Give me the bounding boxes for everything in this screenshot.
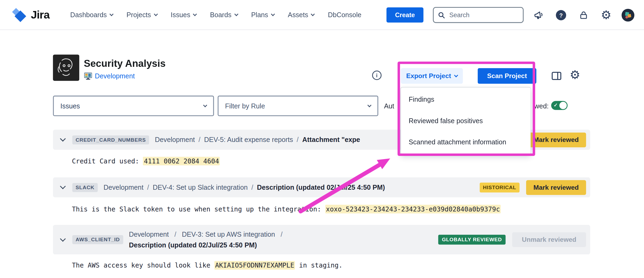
crumb-issue[interactable]: DEV-5: Audit expense reports [204, 136, 293, 144]
auto-toggle-label-fragment-left: Aut [384, 102, 394, 110]
collapse-chevron-icon[interactable] [60, 183, 66, 189]
search-icon [438, 11, 445, 19]
mark-reviewed-button[interactable]: Mark reviewed [526, 132, 586, 147]
mark-reviewed-button[interactable]: Mark reviewed [526, 180, 586, 195]
chevron-down-icon [154, 12, 158, 16]
menu-item-findings[interactable]: Findings [401, 89, 531, 110]
help-icon[interactable]: ? [556, 10, 566, 20]
panel-icon [551, 70, 562, 82]
chevron-down-icon [367, 103, 371, 107]
issues-filter-value: Issues [60, 102, 80, 110]
row-actions: HISTORICAL Mark reviewed [480, 180, 586, 195]
user-avatar[interactable] [622, 9, 634, 21]
collapse-chevron-icon[interactable] [60, 236, 66, 242]
project-icon [84, 72, 92, 80]
breadcrumb-line-1: Development / DEV-3: Set up AWS integrat… [129, 229, 286, 240]
content-prefix: Credit Card used: [72, 157, 143, 165]
create-button[interactable]: Create [386, 8, 424, 23]
nav-dbconsole-label: DbConsole [328, 11, 361, 19]
collapse-chevron-icon[interactable] [60, 136, 66, 142]
secret-highlight: xoxo-523423-234243-234233-e039d02840a0b9… [325, 204, 501, 213]
nav-issues-label: Issues [171, 11, 190, 19]
crumb-location: Description (updated 02/Jul/25 4:50 PM) [257, 184, 385, 191]
help-glyph: ? [559, 12, 563, 18]
export-dropdown-menu: Findings Reviewed false positives Scanne… [401, 87, 531, 154]
reviewed-toggle[interactable]: ✓ [551, 101, 567, 110]
secret-highlight: 4111 0062 2084 4604 [143, 157, 220, 165]
content-prefix: This is the Slack token to use when sett… [72, 205, 325, 213]
check-icon: ✓ [553, 102, 558, 108]
menu-item-scanned-attachment-information[interactable]: Scanned attachment information [401, 131, 531, 153]
nav-boards[interactable]: Boards [210, 11, 238, 19]
chevron-down-icon [110, 12, 114, 16]
nav-assets[interactable]: Assets [288, 11, 314, 19]
info-glyph: i [376, 72, 378, 78]
project-link[interactable]: Development [95, 72, 135, 80]
scan-project-button[interactable]: Scan Project [478, 68, 537, 84]
crumb-project[interactable]: Development [129, 231, 169, 238]
nav-issues[interactable]: Issues [171, 11, 197, 19]
crumb-project[interactable]: Development [155, 136, 195, 144]
finding-content-aws: The AWS access key should look like AKIA… [53, 254, 590, 276]
export-project-label: Export Project [406, 72, 451, 80]
board-layout-icon[interactable] [551, 70, 562, 82]
lock-icon[interactable] [579, 10, 589, 20]
crumb-project[interactable]: Development [103, 184, 143, 191]
avatar-image [622, 9, 634, 21]
finding-row-aws: AWS_CLIENT_ID Development / DEV-3: Set u… [53, 225, 590, 254]
nav-dbconsole[interactable]: DbConsole [328, 11, 361, 19]
rule-filter-select[interactable]: Filter by Rule [218, 96, 378, 116]
row-actions: GLOBALLY REVIEWED Unmark reviewed [438, 232, 586, 247]
crumb-location: Attachment "expe [302, 136, 360, 144]
chevron-down-icon [234, 12, 238, 16]
breadcrumb-separator: / [281, 231, 283, 238]
chevron-down-icon [271, 12, 275, 16]
globally-reviewed-badge: GLOBALLY REVIEWED [438, 235, 506, 245]
jira-logo-text: Jira [31, 9, 50, 21]
breadcrumb-separator: / [147, 184, 149, 191]
megaphone-icon [533, 9, 545, 21]
chevron-down-icon [311, 12, 315, 16]
row-actions: Mark reviewed [526, 132, 586, 147]
page-settings-gear-icon[interactable]: ⚙ [570, 69, 580, 81]
historical-badge: HISTORICAL [480, 182, 520, 192]
content-suffix: in staging. [295, 261, 343, 269]
padlock-icon [579, 10, 589, 20]
rule-filter-value: Filter by Rule [225, 102, 265, 110]
breadcrumb-separator: / [174, 231, 176, 238]
jira-logo[interactable]: Jira [12, 6, 50, 23]
gear-glyph: ⚙ [601, 9, 612, 21]
breadcrumb: Development / DEV-5: Audit expense repor… [155, 136, 360, 144]
breadcrumb-separator: / [297, 136, 299, 144]
nav-dashboards[interactable]: Dashboards [70, 11, 113, 19]
content-prefix: The AWS access key should look like [72, 261, 214, 269]
breadcrumb-separator: / [251, 184, 253, 191]
crumb-location: Description (updated 02/Jul/25 4:50 PM) [129, 240, 286, 250]
info-icon[interactable]: i [372, 71, 382, 80]
screenshot-root: Jira Dashboards Projects Issues Boards P… [0, 0, 644, 278]
issues-filter-select[interactable]: Issues [53, 96, 214, 116]
nav-projects[interactable]: Projects [126, 11, 157, 19]
page-stage: Jira Dashboards Projects Issues Boards P… [0, 0, 644, 278]
breadcrumb: Development / DEV-3: Set up AWS integrat… [129, 229, 286, 250]
nav-plans[interactable]: Plans [251, 11, 274, 19]
unmark-reviewed-button[interactable]: Unmark reviewed [512, 232, 586, 247]
crumb-issue[interactable]: DEV-4: Set up Slack integration [153, 184, 248, 191]
crumb-issue[interactable]: DEV-3: Set up AWS integration [182, 231, 275, 238]
chevron-down-icon [203, 103, 207, 107]
announcements-icon[interactable] [534, 10, 545, 21]
breadcrumb: Development / DEV-4: Set up Slack integr… [103, 184, 385, 191]
settings-gear-icon[interactable]: ⚙ [601, 9, 612, 21]
nav-plans-label: Plans [251, 11, 268, 19]
secret-highlight: AKIAIO5FODNN7EXAMPLE [214, 261, 295, 269]
top-navbar: Jira Dashboards Projects Issues Boards P… [0, 0, 644, 30]
menu-item-reviewed-false-positives[interactable]: Reviewed false positives [401, 110, 531, 131]
project-avatar-art [53, 54, 79, 81]
search-box[interactable] [433, 7, 524, 23]
export-project-button[interactable]: Export Project [401, 68, 463, 84]
nav-boards-label: Boards [210, 11, 231, 19]
jira-logo-icon [12, 7, 27, 23]
search-input[interactable] [448, 11, 519, 19]
rule-badge: SLACK [72, 183, 98, 192]
nav-dashboards-label: Dashboards [70, 11, 107, 19]
